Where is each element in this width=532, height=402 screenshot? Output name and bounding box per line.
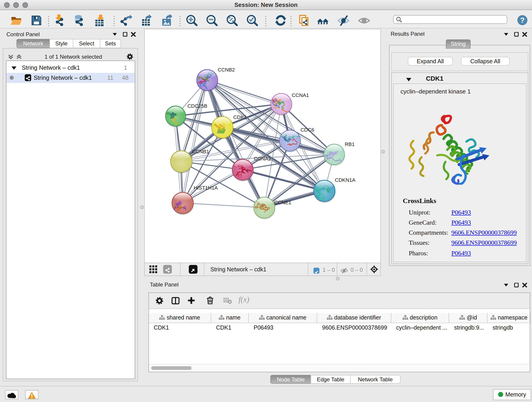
svg-text:HIST1H1A: HIST1H1A (194, 185, 218, 191)
svg-text:CCNB1: CCNB1 (192, 149, 209, 154)
svg-text:CDKN1A: CDKN1A (335, 177, 355, 183)
svg-text:CCNB2: CCNB2 (218, 67, 235, 73)
svg-text:?: ? (520, 16, 525, 24)
svg-text:CCNA1: CCNA1 (292, 92, 309, 98)
svg-text:CCNA2: CCNA2 (254, 156, 271, 162)
svg-text:RB1: RB1 (345, 141, 355, 147)
svg-text:CDC6: CDC6 (301, 127, 314, 133)
svg-text:CCNE1: CCNE1 (274, 200, 291, 205)
svg-text:CDK1: CDK1 (233, 114, 247, 120)
svg-text:CDC25B: CDC25B (187, 103, 207, 109)
